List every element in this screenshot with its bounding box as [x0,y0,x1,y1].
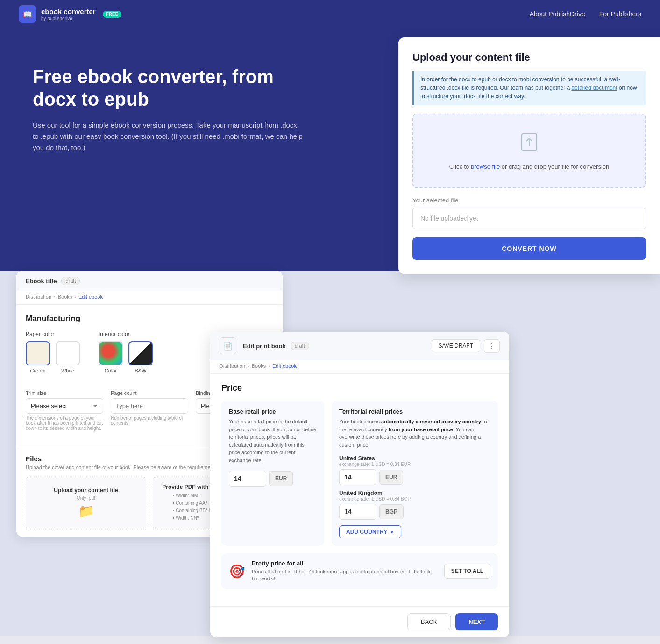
pretty-price-icon: 🎯 [229,564,245,579]
brand-name: ebook converter [41,7,96,16]
content-file-label: Upload your content file [54,487,118,494]
country-uk-input[interactable] [339,504,376,520]
price-card-body: Price Base retail price Your base retail… [210,374,509,606]
territorial-panel: Territorial retail prices Your book pric… [332,401,498,546]
trim-size-select[interactable]: Please select [26,398,103,414]
nav-link-publishers[interactable]: For Publishers [599,10,641,18]
interior-color-option[interactable]: Color [99,341,123,373]
next-button[interactable]: NEXT [455,613,498,630]
nav-link-about[interactable]: About PublishDrive [530,10,585,18]
price-card-header-left: 📄 Edit print book draft [220,337,309,354]
convert-button[interactable]: CONVERT NOW [412,237,646,260]
base-price-desc: Your base retail price is the default pr… [229,418,317,464]
country-rows: United States exchange rate: 1 USD = 0.8… [339,455,490,520]
country-uk-currency: BGP [379,504,404,519]
no-file-box: No file uploaded yet [412,208,646,229]
territorial-desc: Your book price is automatically convert… [339,418,490,449]
add-country-chevron-icon: ▼ [390,530,394,535]
pretty-price-desc: Prices that end in .99 or .49 look more … [252,568,438,583]
breadcrumb-edit-ebook[interactable]: Edit ebook [78,294,103,300]
navbar-links: About PublishDrive For Publishers [530,10,641,18]
dropzone-text: Click to browse file or drag and drop yo… [449,162,610,172]
manufacturing-draft-badge: draft [61,277,80,285]
page-count-hint: Number of pages including table of conte… [111,415,188,426]
bw-label: B&W [135,368,146,373]
info-link[interactable]: detailed document [572,85,617,91]
country-us-exchange: exchange rate: 1 USD = 0.84 EUR [339,462,490,467]
white-swatch[interactable] [56,341,80,365]
manufacturing-breadcrumb: Distribution › Books › Edit ebook [16,291,283,305]
color-swatch[interactable] [99,341,123,365]
base-price-input-row: EUR [229,471,317,487]
paper-color-label: Paper color [26,331,80,337]
interior-color-label: Interior color [99,331,153,337]
more-options-button[interactable]: ⋮ [484,339,500,353]
browse-file-link[interactable]: browse file [471,163,500,170]
trim-size-group: Trim size Please select The dimensions o… [26,390,103,431]
base-price-title: Base retail price [229,408,317,415]
print-book-icon: 📄 [220,337,236,354]
folder-icon: 📁 [78,503,94,519]
content-file-box[interactable]: Upload your content file Only .pdf 📁 [26,477,146,529]
color-label: Color [105,368,117,373]
interior-bw-option[interactable]: B&W [128,341,153,373]
paper-color-group: Paper color Cream White [26,331,80,373]
cards-area: Ebook title draft Distribution › Books ›… [0,271,660,636]
content-file-hint: Only .pdf [77,495,95,501]
country-uk-name: United Kingdom [339,490,490,496]
bw-swatch[interactable] [128,341,153,365]
page-count-group: Page count Number of pages including tab… [111,390,188,431]
country-row-uk: United Kingdom exchange rate: 1 USD = 0.… [339,490,490,520]
price-panels: Base retail price Your base retail price… [221,401,498,546]
country-row-us: United States exchange rate: 1 USD = 0.8… [339,455,490,485]
trim-hint: The dimensions of a page of your book af… [26,415,103,431]
free-badge: FREE [103,11,122,18]
price-card: 📄 Edit print book draft SAVE DRAFT ⋮ Dis… [210,332,509,637]
brand-text: ebook converter by publishdrive [41,7,96,21]
manufacturing-title: Manufacturing [26,314,273,323]
manufacturing-card-title: Ebook title [26,278,57,285]
selected-file-label: Your selected file [412,197,646,204]
price-card-footer: BACK NEXT [210,606,509,637]
price-breadcrumb-books: Books [252,363,266,369]
country-us-currency: EUR [379,470,403,485]
add-country-button[interactable]: ADD COUNTRY ▼ [339,525,401,538]
manufacturing-card-header: Ebook title draft [16,271,283,291]
page-count-input[interactable] [111,398,188,414]
breadcrumb-distribution: Distribution [26,294,51,300]
info-banner: In order for the docx to epub or docx to… [412,71,646,105]
country-uk-exchange: exchange rate: 1 USD = 0.84 BGP [339,496,490,501]
back-button[interactable]: BACK [407,613,451,630]
country-us-input[interactable] [339,469,376,485]
price-breadcrumb-distribution: Distribution [220,363,245,369]
price-card-header: 📄 Edit print book draft SAVE DRAFT ⋮ [210,332,509,360]
interior-color-group: Interior color Color B&W [99,331,153,373]
paper-color-options: Cream White [26,341,80,373]
price-card-actions: SAVE DRAFT ⋮ [432,339,500,353]
interior-color-options: Color B&W [99,341,153,373]
country-us-name: United States [339,455,490,462]
pretty-price-text: Pretty price for all Prices that end in … [252,560,438,583]
upload-card: Upload your content file In order for th… [398,37,660,274]
price-section-title: Price [221,383,498,393]
price-breadcrumb-edit-ebook[interactable]: Edit ebook [272,363,297,369]
upload-card-title: Upload your content file [412,51,646,64]
hero-title: Free ebook converter, from docx to epub [33,65,304,110]
cream-swatch[interactable] [26,341,50,365]
set-to-all-button[interactable]: SET TO ALL [444,564,490,579]
hero-desc: Use our tool for a simple ebook conversi… [33,120,304,153]
price-card-title: Edit print book [243,343,286,350]
save-draft-button[interactable]: SAVE DRAFT [432,339,480,352]
dropzone[interactable]: Click to browse file or drag and drop yo… [412,114,646,188]
add-country-label: ADD COUNTRY [346,529,387,535]
paper-white-option[interactable]: White [56,341,80,373]
paper-cream-option[interactable]: Cream [26,341,50,373]
hero-content: Free ebook converter, from docx to epub … [33,56,304,153]
base-currency-badge: EUR [269,471,293,486]
upload-icon [518,130,540,157]
price-draft-badge: draft [291,342,309,350]
base-price-input[interactable] [229,471,266,487]
country-uk-price-row: BGP [339,504,490,520]
brand: 📖 ebook converter by publishdrive FREE [19,5,121,23]
country-us-price-row: EUR [339,469,490,485]
